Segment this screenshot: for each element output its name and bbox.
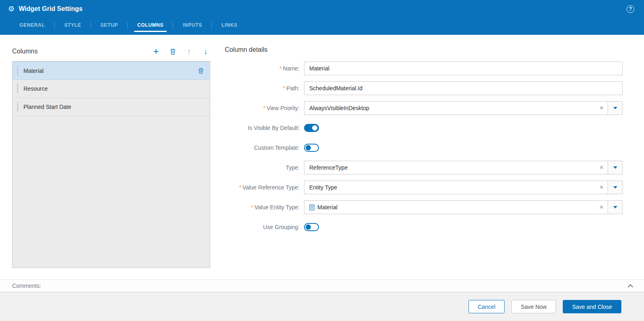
clear-icon[interactable]: × — [595, 201, 608, 214]
field-value-reference-type: *Value Reference Type: × — [225, 181, 623, 194]
view-priority-value[interactable] — [304, 102, 595, 115]
tab-style[interactable]: STYLE — [55, 20, 91, 32]
footer-actions: Cancel Save Now Save and Close — [0, 292, 644, 321]
use-grouping-toggle[interactable] — [304, 223, 319, 231]
chevron-down-icon[interactable] — [608, 161, 622, 174]
save-now-button[interactable]: Save Now — [511, 300, 556, 313]
tab-setup[interactable]: SETUP — [91, 20, 128, 32]
field-label: Value Entity Type: — [254, 204, 300, 210]
field-view-priority: *View Priority: × — [225, 101, 623, 115]
value-entity-type-dropdown[interactable]: Material × — [304, 200, 623, 214]
comments-bar: Comments: — [0, 279, 644, 292]
main-content: Columns + ↑ ↓ Material — [0, 35, 644, 279]
list-item-material[interactable]: Material — [13, 62, 210, 80]
field-name: *Name: — [225, 62, 623, 75]
type-dropdown[interactable]: × — [304, 161, 623, 174]
delete-column-button[interactable] — [168, 47, 177, 56]
is-visible-by-default-toggle[interactable] — [304, 124, 319, 132]
drag-handle-icon[interactable] — [17, 102, 19, 112]
field-path: *Path: — [225, 81, 623, 95]
delete-row-button[interactable] — [198, 68, 204, 74]
chevron-down-icon[interactable] — [608, 181, 622, 194]
details-title: Column details — [225, 46, 623, 53]
field-label: View Priority: — [267, 105, 300, 111]
field-label: Custom Template: — [254, 145, 300, 151]
tab-inputs[interactable]: INPUTS — [173, 20, 212, 32]
clear-icon[interactable]: × — [595, 181, 608, 194]
value-reference-type-dropdown[interactable]: × — [304, 181, 623, 194]
field-is-visible-by-default: Is Visible By Default: — [225, 121, 623, 135]
tab-columns[interactable]: COLUMNS — [128, 20, 173, 32]
chevron-down-icon[interactable] — [608, 201, 622, 214]
drag-handle-icon[interactable] — [17, 66, 19, 76]
tab-links[interactable]: LINKS — [212, 20, 247, 32]
toggle-knob — [306, 225, 311, 230]
field-type: Type: × — [225, 161, 623, 174]
gear-icon: ⚙ — [8, 5, 15, 13]
name-input[interactable] — [304, 62, 623, 75]
custom-template-toggle[interactable] — [304, 144, 319, 152]
column-details-panel: Column details *Name: *Path: *View Prior… — [210, 46, 623, 279]
path-input[interactable] — [304, 81, 623, 95]
help-icon[interactable]: ? — [627, 5, 634, 13]
arrow-up-icon: ↑ — [187, 48, 191, 55]
field-value-entity-type: *Value Entity Type: Material × — [225, 200, 623, 214]
tab-general[interactable]: GENERAL — [10, 20, 55, 32]
entity-type-icon — [309, 204, 315, 210]
value-entity-type-value[interactable]: Material — [304, 201, 595, 214]
required-marker: * — [279, 65, 281, 72]
field-custom-template: Custom Template: — [225, 141, 623, 155]
trash-icon — [198, 68, 204, 74]
chevron-up-icon[interactable] — [627, 284, 633, 288]
tab-bar: GENERAL STYLE SETUP COLUMNS INPUTS LINKS — [0, 18, 644, 35]
columns-panel-title: Columns — [12, 48, 38, 55]
required-marker: * — [251, 204, 253, 210]
titlebar: ⚙ Widget Grid Settings ? — [0, 0, 644, 18]
toggle-knob — [306, 145, 311, 151]
toggle-knob — [312, 125, 317, 131]
field-label: Is Visible By Default: — [248, 125, 300, 131]
required-marker: * — [283, 85, 285, 91]
columns-toolbar: + ↑ ↓ — [152, 47, 210, 56]
drag-handle-icon[interactable] — [17, 83, 19, 94]
type-value[interactable] — [304, 161, 595, 174]
view-priority-dropdown[interactable]: × — [304, 101, 623, 115]
required-marker: * — [263, 105, 265, 111]
field-label: Use Grouping: — [263, 224, 300, 230]
trash-icon — [169, 48, 176, 55]
value-reference-type-value[interactable] — [304, 181, 595, 194]
list-item-label: Resource — [23, 85, 48, 92]
field-label: Path: — [286, 85, 300, 91]
field-label: Value Reference Type: — [243, 184, 300, 191]
field-label: Type: — [286, 164, 300, 171]
move-down-button[interactable]: ↓ — [201, 47, 210, 56]
field-label: Name: — [283, 65, 300, 72]
list-item-planned-start-date[interactable]: Planned Start Date — [13, 98, 210, 116]
dialog-title: Widget Grid Settings — [19, 5, 82, 13]
clear-icon[interactable]: × — [595, 161, 608, 174]
clear-icon[interactable]: × — [595, 102, 608, 115]
field-use-grouping: Use Grouping: — [225, 220, 623, 234]
move-up-button[interactable]: ↑ — [185, 47, 194, 56]
list-item-label: Planned Start Date — [23, 104, 71, 110]
list-item-resource[interactable]: Resource — [13, 80, 210, 98]
save-and-close-button[interactable]: Save and Close — [563, 300, 621, 313]
arrow-down-icon: ↓ — [204, 48, 208, 55]
add-column-button[interactable]: + — [152, 47, 160, 56]
cancel-button[interactable]: Cancel — [469, 300, 505, 313]
columns-panel: Columns + ↑ ↓ Material — [12, 46, 210, 279]
comments-label: Comments: — [12, 283, 41, 289]
columns-list: Material Resource Planned Start Date — [12, 61, 210, 268]
required-marker: * — [239, 184, 241, 191]
chevron-down-icon[interactable] — [608, 102, 622, 115]
list-item-label: Material — [23, 68, 44, 74]
plus-icon: + — [153, 47, 159, 56]
